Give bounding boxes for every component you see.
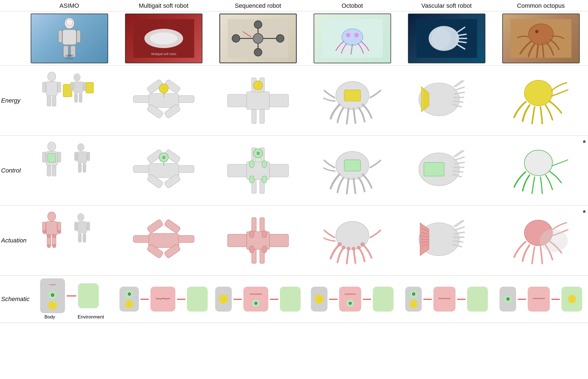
- svg-rect-129: [74, 222, 77, 231]
- schematic-sequenced: ⚡ 〰〰 ⚙: [211, 276, 305, 323]
- energy-asimo: [22, 66, 116, 136]
- svg-point-121: [43, 231, 46, 234]
- svg-rect-110: [344, 160, 360, 171]
- control-vascular: [399, 136, 494, 206]
- col-header-vascular: Vascular soft robot: [399, 0, 494, 11]
- schematic-asimo: 〰 ⚙ ⚡ Body Environment: [22, 276, 116, 323]
- svg-rect-48: [133, 96, 149, 103]
- svg-rect-132: [83, 233, 86, 242]
- svg-point-78: [77, 143, 84, 151]
- col-header-empty: [0, 0, 22, 11]
- svg-point-39: [74, 74, 80, 81]
- photo-sequenced: [211, 11, 305, 66]
- svg-rect-83: [83, 163, 86, 172]
- col-header-sequenced: Sequenced robot: [211, 0, 305, 11]
- svg-point-31: [535, 30, 538, 33]
- control-multigait: ⚙: [116, 136, 211, 206]
- svg-point-153: [338, 242, 341, 246]
- svg-rect-74: [42, 152, 46, 162]
- control-sequenced: ⚙: [211, 136, 305, 206]
- svg-point-103: [262, 161, 267, 168]
- svg-rect-37: [52, 96, 56, 106]
- svg-text:ASIMO: ASIMO: [65, 54, 73, 57]
- energy-common-octopus: [494, 66, 588, 136]
- svg-rect-131: [78, 233, 81, 242]
- actuation-vascular: [399, 206, 494, 276]
- svg-rect-2: [58, 30, 62, 43]
- svg-rect-137: [147, 219, 163, 234]
- svg-rect-116: [46, 221, 57, 235]
- svg-point-18: [254, 21, 262, 28]
- row-label-control: Control: [0, 136, 22, 206]
- svg-text:⚙: ⚙: [256, 151, 260, 156]
- schematic-common-octopus: ⚙ 〰〰 ⚡: [494, 276, 588, 323]
- svg-rect-42: [83, 82, 86, 91]
- photo-vascular: [399, 11, 494, 66]
- schematic-body-label: Body: [33, 314, 66, 320]
- svg-rect-138: [164, 219, 181, 234]
- svg-point-155: [347, 247, 350, 250]
- col-header-octobot: Octobot: [305, 0, 399, 11]
- svg-rect-130: [87, 222, 90, 231]
- energy-octobot: [305, 66, 399, 136]
- svg-rect-68: [344, 90, 360, 101]
- svg-rect-80: [74, 152, 77, 161]
- row-label-schematic: Schematic: [0, 276, 22, 323]
- svg-point-124: [53, 234, 56, 237]
- svg-rect-136: [178, 236, 194, 243]
- svg-text:⚡: ⚡: [255, 83, 261, 88]
- svg-point-32: [48, 72, 56, 81]
- svg-rect-128: [77, 221, 87, 233]
- svg-point-28: [431, 28, 451, 49]
- svg-rect-41: [71, 82, 73, 91]
- svg-point-149: [262, 231, 267, 238]
- svg-rect-73: [48, 153, 56, 162]
- row-label-energy: Energy: [0, 66, 22, 136]
- svg-point-104: [249, 176, 254, 183]
- col-header-multigait: Multigait soft robot: [116, 0, 211, 11]
- svg-rect-59: [269, 94, 288, 107]
- svg-point-125: [47, 245, 50, 248]
- svg-point-25: [354, 33, 359, 37]
- photo-octobot: [305, 11, 399, 66]
- svg-point-148: [249, 231, 254, 238]
- col-header-asimo: ASIMO: [22, 0, 116, 11]
- energy-vascular: [399, 66, 494, 136]
- svg-rect-1: [63, 30, 76, 45]
- svg-rect-143: [269, 234, 288, 247]
- schematic-vascular: ⚙ ⚡ 〰〰: [399, 276, 494, 323]
- svg-point-23: [342, 29, 363, 45]
- control-asimo: [22, 136, 116, 206]
- svg-point-167: [540, 229, 568, 252]
- svg-point-151: [262, 246, 267, 253]
- svg-point-11: [150, 32, 178, 45]
- svg-rect-79: [77, 151, 87, 163]
- svg-rect-58: [228, 94, 247, 107]
- svg-rect-63: [260, 109, 264, 123]
- photo-common-octopus: [494, 11, 588, 66]
- svg-rect-142: [228, 234, 247, 247]
- svg-rect-34: [42, 82, 46, 92]
- svg-rect-62: [252, 109, 256, 123]
- svg-point-156: [352, 247, 355, 250]
- energy-sequenced: ⚡: [211, 66, 305, 136]
- svg-rect-75: [57, 152, 61, 162]
- svg-rect-77: [52, 166, 56, 176]
- svg-rect-96: [228, 164, 247, 177]
- actuation-multigait: [116, 206, 211, 276]
- svg-rect-36: [47, 96, 51, 106]
- svg-text:Multigait soft robot: Multigait soft robot: [151, 52, 176, 56]
- svg-rect-3: [77, 30, 80, 43]
- svg-rect-40: [74, 82, 83, 93]
- svg-rect-112: [424, 163, 444, 176]
- svg-point-71: [48, 142, 56, 151]
- svg-point-17: [276, 35, 284, 42]
- svg-rect-145: [260, 218, 264, 232]
- schematic-octobot: ⚡ 〰〰 ⚙: [305, 276, 399, 323]
- main-grid: ASIMO Multigait soft robot Sequenced rob…: [0, 0, 588, 323]
- svg-point-30: [529, 24, 553, 45]
- svg-rect-33: [46, 82, 57, 95]
- svg-rect-76: [47, 166, 51, 176]
- svg-point-70: [524, 80, 553, 106]
- svg-point-20: [253, 33, 263, 43]
